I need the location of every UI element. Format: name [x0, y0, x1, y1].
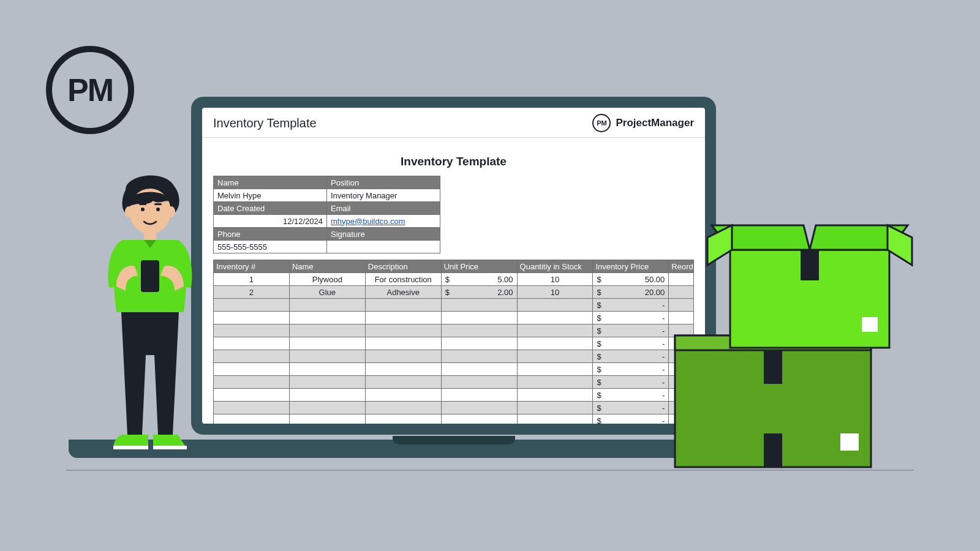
table-cell	[289, 337, 365, 350]
laptop-screen: Inventory Template PM ProjectManager Inv…	[202, 108, 705, 424]
info-email-value: mhype@buildco.com	[327, 215, 440, 228]
col-description: Description	[365, 260, 441, 273]
col-quantity: Quantitiy in Stock	[517, 260, 593, 273]
table-cell	[289, 363, 365, 376]
table-cell	[517, 402, 593, 414]
info-date-value: 12/12/2024	[214, 215, 327, 228]
info-phone-value: 555-555-5555	[214, 241, 327, 253]
pm-logo: PM	[46, 46, 134, 134]
table-cell	[441, 337, 517, 350]
table-cell	[365, 376, 441, 389]
info-phone-label: Phone	[214, 228, 327, 241]
table-cell	[289, 350, 365, 363]
table-row: $-	[214, 363, 694, 376]
table-cell	[214, 312, 290, 324]
svg-rect-9	[113, 446, 148, 449]
svg-point-1	[141, 208, 145, 211]
table-cell	[214, 324, 290, 337]
table-cell	[365, 402, 441, 414]
table-row: $-	[214, 350, 694, 363]
table-cell	[441, 324, 517, 337]
brand-badge-icon: PM	[592, 114, 611, 132]
table-cell	[517, 363, 593, 376]
table-cell: 1	[214, 273, 290, 286]
table-cell	[214, 299, 290, 312]
table-cell	[365, 312, 441, 324]
table-cell: 2	[214, 286, 290, 299]
col-unit-price: Unit Price	[441, 260, 517, 273]
table-cell	[517, 312, 593, 324]
document-header: Inventory Template PM ProjectManager	[202, 108, 705, 138]
table-cell	[289, 324, 365, 337]
table-cell	[441, 299, 517, 312]
info-signature-label: Signature	[327, 228, 440, 241]
table-row: $-	[214, 337, 694, 350]
table-row: 1PlywoodFor construction$5.0010$50.00	[214, 273, 694, 286]
table-cell	[365, 350, 441, 363]
svg-marker-22	[888, 225, 912, 265]
table-cell	[441, 363, 517, 376]
info-email-label: Email	[327, 202, 440, 215]
table-cell	[517, 389, 593, 402]
table-cell	[214, 337, 290, 350]
table-cell	[441, 414, 517, 424]
table-cell	[517, 337, 593, 350]
info-name-label: Name	[214, 176, 327, 189]
table-row: 2GlueAdhesive$2.0010$20.00	[214, 286, 694, 299]
table-cell	[365, 324, 441, 337]
svg-rect-3	[139, 203, 146, 205]
laptop-bezel: Inventory Template PM ProjectManager Inv…	[191, 97, 716, 435]
svg-rect-17	[801, 250, 819, 280]
info-email-link[interactable]: mhype@buildco.com	[331, 217, 405, 226]
table-cell	[517, 350, 593, 363]
table-cell: For construction	[365, 273, 441, 286]
table-cell	[289, 299, 365, 312]
info-signature-value	[327, 241, 440, 253]
table-cell	[517, 324, 593, 337]
info-position-value: Inventory Manager	[327, 189, 440, 202]
table-cell	[214, 363, 290, 376]
brand: PM ProjectManager	[592, 114, 694, 132]
laptop-notch	[393, 436, 515, 444]
inventory-table: Inventory # Name Description Unit Price …	[213, 260, 694, 424]
table-cell	[365, 414, 441, 424]
page-title: Inventory Template	[213, 116, 317, 130]
svg-rect-18	[862, 317, 878, 332]
table-row: $-	[214, 389, 694, 402]
svg-rect-14	[764, 433, 782, 467]
table-cell	[214, 389, 290, 402]
table-cell	[365, 337, 441, 350]
table-cell	[441, 402, 517, 414]
table-cell	[214, 376, 290, 389]
table-cell	[214, 402, 290, 414]
table-cell	[289, 376, 365, 389]
table-cell	[441, 376, 517, 389]
table-cell: Plywood	[289, 273, 365, 286]
pm-logo-text: PM	[67, 72, 113, 108]
svg-marker-21	[707, 225, 732, 265]
table-cell: 10	[517, 286, 593, 299]
table-cell	[289, 312, 365, 324]
table-cell	[289, 389, 365, 402]
svg-rect-8	[141, 260, 159, 292]
col-inventory-number: Inventory #	[214, 260, 290, 273]
table-cell: $2.00	[441, 286, 517, 299]
laptop: Inventory Template PM ProjectManager Inv…	[191, 97, 716, 458]
table-cell	[517, 376, 593, 389]
svg-rect-4	[154, 203, 162, 205]
table-cell	[441, 350, 517, 363]
info-date-label: Date Created	[214, 202, 327, 215]
document-title: Inventory Template	[213, 155, 694, 168]
table-cell: $5.00	[441, 273, 517, 286]
svg-rect-15	[840, 433, 859, 451]
svg-point-5	[125, 206, 132, 217]
svg-point-2	[156, 208, 160, 211]
table-cell	[289, 414, 365, 424]
brand-name: ProjectManager	[616, 117, 694, 129]
table-row: $-	[214, 324, 694, 337]
info-position-label: Position	[327, 176, 440, 189]
inventory-header-row: Inventory # Name Description Unit Price …	[214, 260, 694, 273]
table-row: $-	[214, 376, 694, 389]
col-name: Name	[289, 260, 365, 273]
table-cell	[214, 414, 290, 424]
